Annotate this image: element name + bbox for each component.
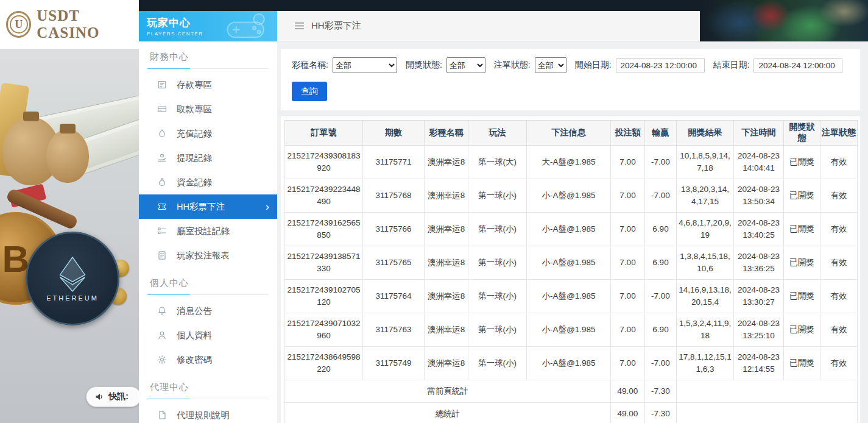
table-cell: 4,6,8,1,7,20,9,19 — [677, 213, 734, 246]
table-cell: 澳洲幸运8 — [425, 347, 468, 380]
query-button[interactable]: 查詢 — [292, 82, 327, 101]
table-cell: 2152172438649598220 — [285, 347, 363, 380]
table-cell: 已開獎 — [784, 213, 820, 246]
table-cell: 已開獎 — [784, 313, 820, 347]
sidebar-item-label: 代理規則說明 — [177, 410, 230, 421]
sidebar-item-withdraw[interactable]: 取款專區 — [139, 97, 277, 121]
table-cell: 澳洲幸运8 — [425, 179, 468, 213]
table-cell: 2024-08-23 12:14:55 — [734, 347, 784, 380]
sidebar-item-room-bet-records[interactable]: 廳室投註記錄 — [139, 219, 277, 243]
table-cell: 澳洲幸运8 — [425, 280, 468, 313]
gamepad-icon — [221, 13, 273, 41]
table-cell: 10,1,8,5,9,14,7,18 — [677, 146, 734, 179]
summary-win-loss-total: -7.30 — [645, 380, 677, 403]
table-cell: 2152172439138571330 — [285, 246, 363, 280]
column-header: 訂單號 — [285, 121, 363, 146]
usdt-coin-icon: U — [6, 11, 31, 38]
table-cell: 7.00 — [611, 179, 645, 213]
sidebar-item-label: HH彩票下注 — [177, 201, 225, 213]
table-cell: 7.00 — [611, 213, 645, 246]
sidebar-item-profile[interactable]: 個人資料 — [139, 323, 277, 347]
summary-bet-total: 49.00 — [611, 403, 645, 423]
bet-status-select[interactable]: 全部 — [535, 57, 566, 73]
brand-logo-text: USDT CASINO — [37, 7, 139, 41]
column-header: 開獎狀態 — [784, 121, 820, 146]
filter-panel: 彩種名稱: 全部 開獎狀態: 全部 注單狀態: 全部 開始日期: — [281, 49, 860, 110]
table-cell: 17,8,1,12,15,11,6,3 — [677, 347, 734, 380]
sidebar-item-change-password[interactable]: 修改密碼 — [139, 347, 277, 372]
column-header: 玩法 — [468, 121, 527, 146]
table-cell: 第一球(大) — [468, 146, 527, 179]
table-header-row: 訂單號期數彩種名稱玩法下注信息投注額輸贏開獎結果下注時間開獎狀態注單狀態 — [285, 121, 858, 146]
table-cell: 1,5,3,2,4,11,9,18 — [677, 313, 734, 347]
news-ticker-button[interactable]: 快訊: — [86, 386, 139, 407]
sidebar-item-label: 個人資料 — [177, 330, 212, 341]
summary-row: 總統計49.00-7.30 — [285, 403, 858, 423]
table-cell: 31175764 — [363, 280, 425, 313]
table-cell: 第一球(小) — [468, 347, 527, 380]
sidebar-item-agent-rules[interactable]: 代理規則說明 — [139, 403, 277, 423]
fund-icon — [157, 177, 167, 187]
summary-win-loss-total: -7.30 — [645, 403, 677, 423]
table-cell: 2024-08-23 13:50:34 — [734, 179, 784, 213]
sidebar-item-deposit[interactable]: 存款專區 — [139, 73, 277, 97]
table-cell: 31175766 — [363, 213, 425, 246]
menu-icon[interactable] — [294, 22, 305, 30]
person-icon — [157, 330, 167, 340]
table-cell: 13,8,20,3,14,4,17,15 — [677, 179, 734, 213]
table-cell: 2024-08-23 13:36:25 — [734, 246, 784, 280]
table-cell: 2024-08-23 14:04:41 — [734, 146, 784, 179]
table-cell: 6.90 — [645, 213, 677, 246]
draw-status-select[interactable]: 全部 — [446, 57, 485, 73]
table-cell: 7.00 — [611, 347, 645, 380]
table-cell: 小-A盤@1.985 — [527, 347, 611, 380]
sidebar-item-withdrawal-records[interactable]: 提現記錄 — [139, 146, 277, 170]
end-date-input[interactable] — [753, 58, 842, 73]
ethereum-coin: ETHEREUM — [26, 232, 119, 325]
column-header: 投注額 — [611, 121, 645, 146]
table-row: 215217243913857133031175765澳洲幸运8第一球(小)小-… — [285, 246, 858, 280]
news-ticker-label: 快訊: — [108, 391, 129, 402]
table-cell: 第一球(小) — [468, 313, 527, 347]
table-row: 215217243930818392031175771澳洲幸运8第一球(大)大-… — [285, 146, 858, 179]
money-bag-decoration — [46, 129, 89, 183]
table-cell: 2152172439308183920 — [285, 146, 363, 179]
table-cell: 已開獎 — [784, 347, 820, 380]
table-cell: 第一球(小) — [468, 179, 527, 213]
sidebar-item-player-bet-report[interactable]: 玩家投注報表 — [139, 243, 277, 268]
table-cell: 已開獎 — [784, 246, 820, 280]
bets-table: 訂單號期數彩種名稱玩法下注信息投注額輸贏開獎結果下注時間開獎狀態注單狀態2152… — [284, 120, 858, 423]
table-cell: 有效 — [820, 246, 858, 280]
end-date-label: 結束日期: — [713, 60, 750, 71]
sidebar-item-hh-lottery-bets[interactable]: HH彩票下注› — [139, 194, 277, 219]
draw-status-label: 開獎狀態: — [406, 60, 442, 71]
withdraw-icon — [157, 104, 167, 114]
table-cell: -7.00 — [645, 347, 677, 380]
summary-label: 當前頁統計 — [285, 380, 611, 403]
table-cell: 有效 — [820, 313, 858, 347]
brand-logo[interactable]: U USDT CASINO — [0, 0, 139, 49]
sidebar-item-label: 提現記錄 — [177, 152, 212, 164]
summary-empty-cell — [677, 380, 858, 403]
column-header: 輸贏 — [645, 121, 677, 146]
bet-status-label: 注單狀態: — [494, 60, 531, 71]
page: U USDT CASINO B ETHEREUM — [0, 0, 868, 423]
sidebar-item-recharge-records[interactable]: 充值記錄 — [139, 121, 277, 146]
sidebar-item-fund-records[interactable]: 資金記錄 — [139, 170, 277, 194]
app-area: 玩家中心 PLAYERS CENTER 財務中心存款專區取款專區充值記錄提現記錄… — [139, 0, 868, 423]
table-cell: 2152172439102705120 — [285, 280, 363, 313]
room-icon — [157, 226, 167, 236]
sidebar-section-header: 個人中心 — [147, 277, 269, 295]
lottery-type-select[interactable]: 全部 — [333, 57, 397, 73]
table-cell: 小-A盤@1.985 — [527, 213, 611, 246]
promo-image: B ETHEREUM — [0, 49, 139, 423]
sidebar-item-label: 消息公告 — [177, 305, 212, 317]
sidebar-header: 玩家中心 PLAYERS CENTER — [139, 11, 277, 41]
sidebar: 玩家中心 PLAYERS CENTER 財務中心存款專區取款專區充值記錄提現記錄… — [139, 11, 277, 423]
sidebar-item-announcements[interactable]: 消息公告 — [139, 299, 277, 323]
sidebar-item-label: 存款專區 — [177, 79, 212, 91]
table-row: 215217243864959822031175749澳洲幸运8第一球(小)小-… — [285, 347, 858, 380]
start-date-input[interactable] — [616, 58, 705, 73]
table-cell: -7.00 — [645, 280, 677, 313]
table-cell: 小-A盤@1.985 — [527, 313, 611, 347]
